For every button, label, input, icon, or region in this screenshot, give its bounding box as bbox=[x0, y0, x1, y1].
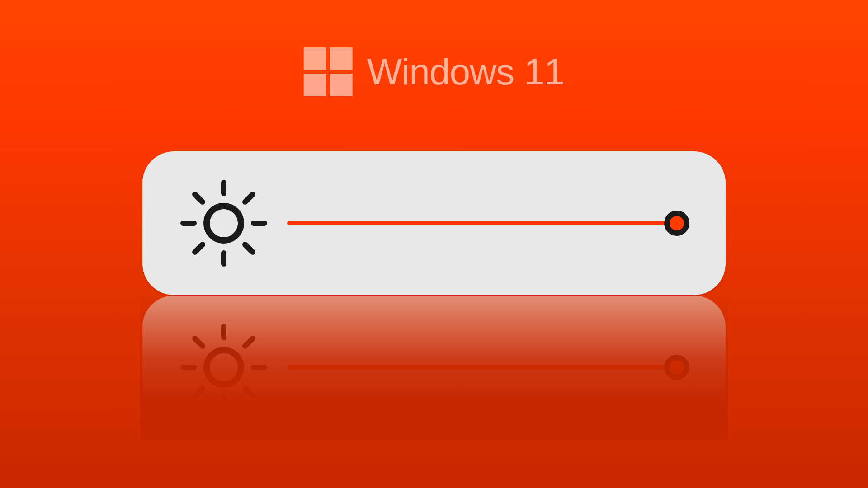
brightness-panel-container bbox=[142, 151, 726, 295]
brightness-icon bbox=[170, 169, 278, 277]
svg-line-17 bbox=[245, 389, 253, 396]
header-title: Windows 11 bbox=[367, 51, 565, 93]
svg-line-6 bbox=[245, 244, 253, 252]
svg-point-0 bbox=[207, 206, 241, 240]
slider-track bbox=[287, 221, 685, 225]
windows-logo-icon bbox=[304, 47, 353, 96]
panel-reflection bbox=[142, 296, 726, 439]
svg-point-9 bbox=[207, 350, 241, 385]
svg-line-16 bbox=[195, 338, 203, 346]
slider-thumb[interactable] bbox=[664, 211, 689, 236]
header: Windows 11 bbox=[304, 47, 565, 96]
svg-line-15 bbox=[245, 338, 253, 346]
brightness-panel bbox=[142, 151, 726, 295]
svg-line-8 bbox=[245, 194, 253, 202]
svg-line-14 bbox=[195, 389, 203, 396]
svg-line-7 bbox=[195, 244, 203, 252]
svg-line-5 bbox=[195, 194, 203, 202]
brightness-slider[interactable] bbox=[287, 210, 685, 237]
